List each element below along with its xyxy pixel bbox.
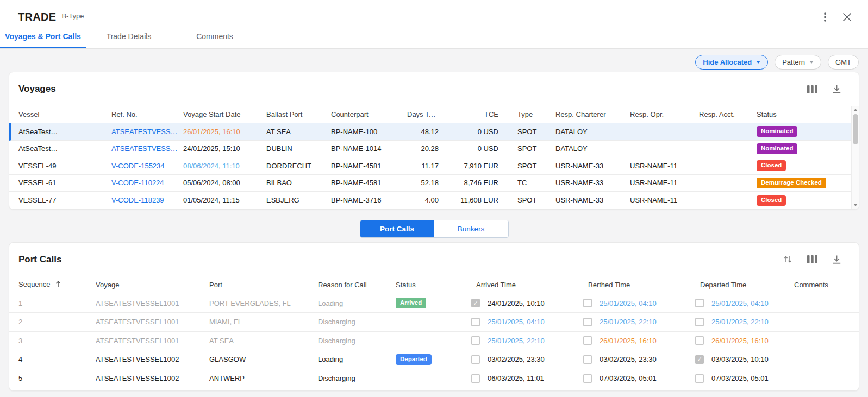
sort-icon[interactable] — [783, 254, 793, 264]
column-header[interactable]: Resp. Acct. — [699, 110, 757, 118]
voyage-days-total: 48.12 — [407, 128, 439, 136]
portcall-departed: 26/01/2025, 16:10 — [695, 336, 794, 345]
departed-checkbox[interactable] — [695, 318, 704, 326]
column-header[interactable]: Arrived Time — [471, 281, 583, 289]
departed-checkbox[interactable] — [695, 299, 704, 307]
berthed-checkbox[interactable] — [583, 299, 592, 307]
table-row[interactable]: AtSeaTest…ATSEATESTVESSEL100124/01/2025,… — [9, 141, 859, 158]
berthed-checkbox[interactable] — [583, 318, 592, 326]
column-header[interactable]: Days Total — [407, 110, 439, 118]
columns-icon[interactable] — [806, 254, 819, 264]
column-header[interactable]: Ref. No. — [111, 110, 183, 118]
chevron-down-icon — [756, 61, 760, 64]
download-icon[interactable] — [832, 254, 842, 265]
voyage-ballast-port: BILBAO — [266, 179, 331, 187]
berthed-checkbox[interactable] — [583, 374, 592, 383]
column-header[interactable]: Reason for Call — [318, 281, 396, 289]
portcall-sequence: 3 — [18, 337, 96, 345]
voyage-ref-no[interactable]: V-CODE-155234 — [111, 162, 183, 170]
tab-comments[interactable]: Comments — [172, 26, 258, 48]
arrived-checkbox[interactable] — [471, 336, 480, 345]
scroll-down-icon[interactable] — [853, 204, 858, 206]
kebab-menu-icon[interactable] — [823, 11, 827, 23]
voyage-ref-no[interactable]: V-CODE-118239 — [111, 196, 183, 204]
table-row[interactable]: VESSEL-77V-CODE-11823901/05/2024, 11:15E… — [9, 192, 859, 209]
portcall-arrived: 25/01/2025, 04:10 — [471, 318, 583, 326]
arrived-checkbox[interactable] — [471, 318, 480, 326]
voyage-resp-charterer: DATALOY — [555, 144, 630, 153]
column-header[interactable]: Sequence — [18, 280, 96, 289]
voyage-tce: 0 USD — [439, 144, 498, 153]
scroll-up-icon[interactable] — [853, 109, 858, 111]
portcall-reason: Discharging — [318, 337, 396, 345]
berthed-checkbox[interactable] — [583, 355, 592, 364]
status-badge: Arrived — [396, 298, 426, 308]
column-header[interactable]: Resp. Opr. — [630, 110, 699, 118]
departed-checkbox[interactable] — [695, 374, 704, 383]
column-header[interactable]: Status — [757, 110, 859, 118]
chevron-down-icon — [809, 61, 814, 64]
voyage-ref-no[interactable]: ATSEATESTVESSEL1002 — [111, 128, 183, 136]
portcall-arrived: ✓24/01/2025, 10:10 — [471, 299, 583, 307]
arrived-time: 25/01/2025, 04:10 — [488, 318, 545, 326]
departed-checkbox[interactable] — [695, 336, 704, 345]
arrived-checkbox[interactable] — [471, 355, 480, 364]
download-icon[interactable] — [832, 84, 842, 94]
hide-allocated-dropdown[interactable]: Hide Allocated — [695, 55, 768, 70]
portcall-departed: 25/01/2025, 22:10 — [695, 318, 794, 326]
close-icon[interactable] — [841, 11, 853, 23]
voyage-ref-no[interactable]: V-CODE-110224 — [111, 179, 183, 187]
pattern-dropdown[interactable]: Pattern — [775, 55, 821, 70]
toggle-bunkers[interactable]: Bunkers — [434, 220, 508, 237]
column-header[interactable]: Departed Time — [695, 281, 794, 289]
departed-time: 07/03/2025, 05:01 — [711, 374, 769, 382]
tab-bar: Voyages & Port Calls Trade Details Comme… — [0, 26, 868, 48]
column-header[interactable]: Port — [209, 281, 318, 289]
portcall-reason: Loading — [318, 355, 396, 363]
column-header[interactable]: Vessel — [18, 110, 111, 118]
column-header[interactable]: Voyage — [96, 281, 209, 289]
voyage-type: SPOT — [517, 144, 555, 153]
tab-trade-details[interactable]: Trade Details — [86, 26, 172, 48]
status-badge: Nominated — [757, 143, 797, 154]
vertical-scrollbar[interactable] — [851, 106, 859, 209]
column-header[interactable]: Status — [396, 281, 471, 289]
table-row: 4ATSEATESTVESSEL1002GLASGOWLoadingDepart… — [9, 350, 859, 369]
column-header[interactable]: TCE — [439, 110, 498, 118]
trade-modal: TRADE B-Type Voyages & Port Calls Trade … — [0, 0, 868, 391]
toggle-port-calls[interactable]: Port Calls — [360, 220, 434, 237]
voyages-table-header: VesselRef. No.Voyage Start DateBallast P… — [9, 106, 859, 123]
tab-voyages-port-calls[interactable]: Voyages & Port Calls — [0, 26, 86, 48]
arrived-checkbox[interactable]: ✓ — [471, 299, 480, 307]
portcall-sequence: 5 — [18, 374, 96, 382]
column-header[interactable]: Voyage Start Date — [183, 110, 266, 118]
port-calls-title: Port Calls — [18, 254, 61, 265]
portcall-arrived: 06/03/2025, 11:01 — [471, 374, 583, 383]
voyage-status: Closed — [757, 195, 859, 206]
portcall-reason: Discharging — [318, 374, 396, 382]
table-row: 5ATSEATESTVESSEL1002ANTWERPDischarging06… — [9, 369, 859, 388]
table-row[interactable]: VESSEL-49V-CODE-15523408/06/2024, 11:10D… — [9, 157, 859, 175]
arrived-time: 24/01/2025, 10:10 — [488, 299, 545, 307]
column-header[interactable]: Resp. Charterer — [555, 110, 630, 118]
voyage-status: Nominated — [757, 126, 859, 137]
timezone-button[interactable]: GMT — [828, 55, 859, 70]
columns-icon[interactable] — [806, 84, 819, 94]
scrollbar-thumb[interactable] — [853, 114, 858, 144]
table-row[interactable]: VESSEL-61V-CODE-11022405/06/2024, 08:00B… — [9, 175, 859, 192]
voyages-panel-icons — [806, 84, 850, 94]
column-header[interactable]: Counterpart — [331, 110, 407, 118]
column-header[interactable]: Ballast Port — [266, 110, 331, 118]
table-row: 1ATSEATESTVESSEL1001PORT EVERGLADES, FLL… — [9, 294, 859, 313]
berthed-checkbox[interactable] — [583, 336, 592, 345]
column-header[interactable]: Berthed Time — [583, 281, 695, 289]
portcall-departed: 07/03/2025, 05:01 — [695, 374, 794, 383]
column-header[interactable]: Type — [517, 110, 555, 118]
table-row[interactable]: AtSeaTest…ATSEATESTVESSEL100226/01/2025,… — [9, 123, 859, 141]
portcall-reason: Loading — [318, 299, 396, 307]
voyage-ref-no[interactable]: ATSEATESTVESSEL1001 — [111, 144, 183, 153]
departed-checkbox[interactable]: ✓ — [695, 355, 704, 364]
arrived-checkbox[interactable] — [471, 374, 480, 383]
column-header[interactable]: Comments — [794, 281, 859, 289]
departed-time: 26/01/2025, 16:10 — [711, 337, 769, 345]
